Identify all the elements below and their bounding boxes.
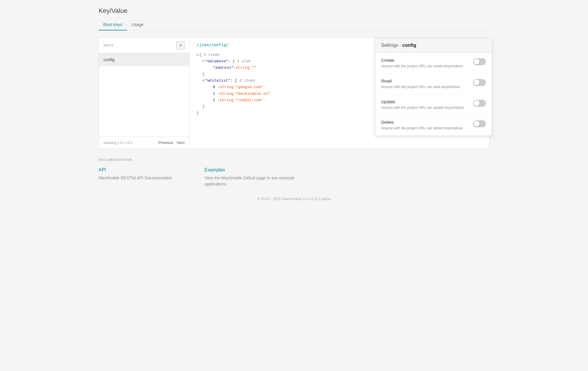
footer-text: © 2018 - 2020 Machinable.io // v1.0.0-al… <box>257 197 331 201</box>
doc-examples-desc: View the Machinable Github page to see e… <box>204 175 303 187</box>
settings-header: Settings - config <box>375 38 492 53</box>
doc-item-api: API Machinable RESTful API Documentation <box>99 167 197 187</box>
settings-read-desc: Anyone with the project URL can read key… <box>381 85 460 90</box>
tab-usage[interactable]: Usage <box>127 19 148 30</box>
settings-title-prefix: Settings - <box>381 43 402 48</box>
settings-delete-toggle[interactable] <box>473 120 486 127</box>
pagination-nav: Previous Next <box>159 140 185 145</box>
settings-delete-desc: Anyone with the project URL can delete k… <box>381 126 463 131</box>
tabs-bar: Root Keys Usage <box>99 19 489 30</box>
previous-button[interactable]: Previous <box>159 140 173 145</box>
settings-item-read: Read Anyone with the project URL can rea… <box>375 74 492 95</box>
settings-item-delete: Delete Anyone with the project URL can d… <box>375 115 492 135</box>
collapse-1[interactable]: ⊟ <box>197 52 199 58</box>
settings-create-title: Create <box>381 58 463 63</box>
documentation-section: DOCUMENTATION API Machinable RESTful API… <box>99 158 489 187</box>
settings-update-toggle[interactable] <box>473 100 486 107</box>
settings-delete-title: Delete <box>381 120 463 125</box>
settings-read-title: Read <box>381 78 460 83</box>
pagination-info: showing 1 to 1 of 1 <box>104 141 133 145</box>
keys-panel: KEYS + config showing 1 to 1 of 1 Previo… <box>99 38 190 148</box>
keys-header: KEYS + <box>99 38 189 53</box>
settings-update-desc: Anyone with the project URL can update k… <box>381 105 464 110</box>
settings-panel: Settings - config Create Anyone with the… <box>375 38 492 136</box>
key-item-config[interactable]: config <box>99 53 189 66</box>
settings-create-toggle[interactable] <box>473 58 486 65</box>
settings-update-title: Update <box>381 99 464 104</box>
add-key-button[interactable]: + <box>176 41 185 49</box>
footer: © 2018 - 2020 Machinable.io // v1.0.0-al… <box>99 187 489 206</box>
keys-label: KEYS <box>104 44 114 47</box>
settings-item-update: Update Anyone with the project URL can u… <box>375 95 492 115</box>
doc-api-desc: Machinable RESTful API Documentation <box>99 175 197 181</box>
settings-item-create: Create Anyone with the project URL can c… <box>375 53 492 74</box>
settings-create-desc: Anyone with the project URL can create k… <box>381 64 463 69</box>
main-panel: KEYS + config showing 1 to 1 of 1 Previo… <box>99 37 489 149</box>
doc-api-title[interactable]: API <box>99 167 197 173</box>
page-title: Key/Value <box>99 7 489 15</box>
next-button[interactable]: Next <box>177 140 185 145</box>
doc-item-examples: Examples View the Machinable Github page… <box>204 167 303 187</box>
collapse-2[interactable]: ⊟ <box>202 59 204 64</box>
doc-grid: API Machinable RESTful API Documentation… <box>99 167 303 187</box>
doc-examples-title[interactable]: Examples <box>204 167 303 173</box>
keys-pagination: showing 1 to 1 of 1 Previous Next <box>99 137 189 148</box>
keys-list: config <box>99 53 189 137</box>
collapse-3[interactable]: ⊟ <box>202 78 204 84</box>
settings-read-toggle[interactable] <box>473 79 486 86</box>
settings-title-key: config <box>402 43 416 48</box>
doc-label: DOCUMENTATION <box>99 158 489 162</box>
tab-root-keys[interactable]: Root Keys <box>99 19 127 30</box>
